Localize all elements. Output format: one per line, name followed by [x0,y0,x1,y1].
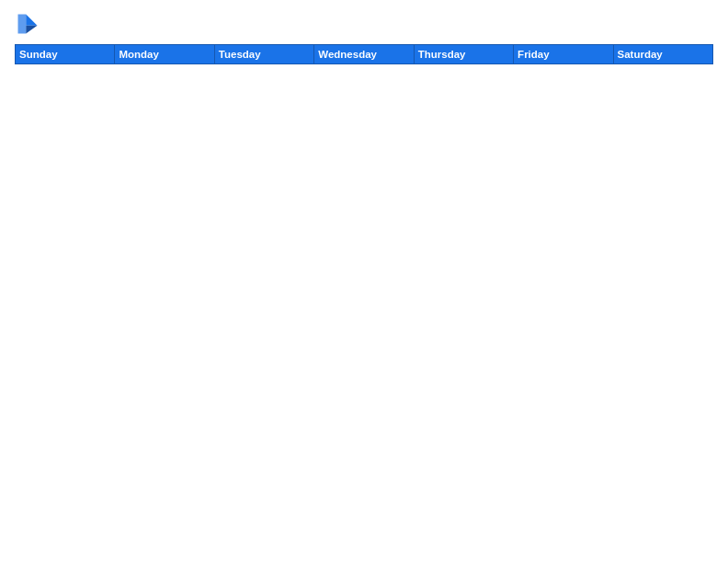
header [15,11,713,37]
calendar-header-row: SundayMondayTuesdayWednesdayThursdayFrid… [16,45,713,64]
svg-marker-3 [18,15,27,34]
page: SundayMondayTuesdayWednesdayThursdayFrid… [0,0,728,563]
calendar-header-sunday: Sunday [16,45,115,64]
svg-marker-1 [26,15,37,26]
calendar-header-monday: Monday [115,45,214,64]
calendar-header-friday: Friday [514,45,613,64]
calendar-header-saturday: Saturday [613,45,712,64]
logo [15,11,44,37]
calendar-header-tuesday: Tuesday [214,45,313,64]
calendar-table: SundayMondayTuesdayWednesdayThursdayFrid… [15,44,713,550]
generalblue-logo-icon [15,11,40,37]
calendar-header-wednesday: Wednesday [314,45,414,64]
calendar-header-thursday: Thursday [414,45,513,64]
svg-marker-2 [26,26,37,34]
